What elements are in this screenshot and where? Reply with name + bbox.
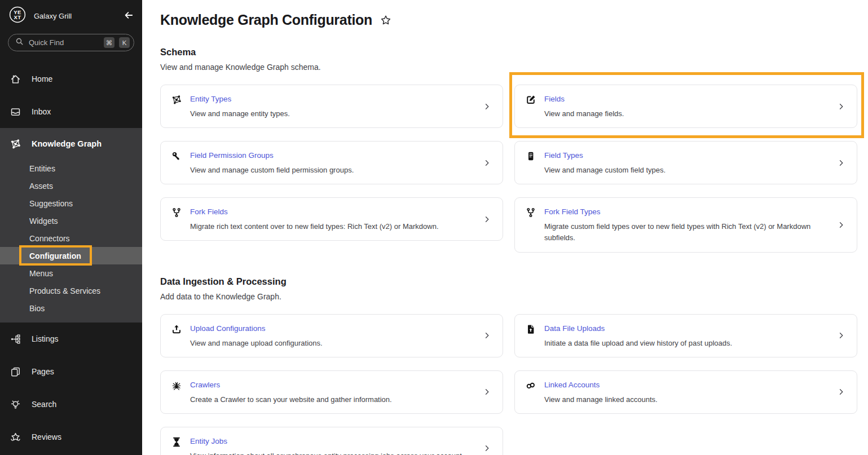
card-entity-types[interactable]: Entity Types View and manage entity type… <box>160 85 503 128</box>
edit-field-icon <box>525 94 536 120</box>
card-description: View and manage fields. <box>544 108 624 120</box>
card-title-link[interactable]: Linked Accounts <box>544 381 600 389</box>
sidebar-item-suggestions[interactable]: Suggestions <box>0 195 142 212</box>
review-star-icon <box>9 431 21 443</box>
section-heading: Data Ingestion & Processing <box>160 276 857 287</box>
sidebar-item-label: Connectors <box>29 234 70 243</box>
chevron-right-icon <box>838 388 845 396</box>
page-title: Knowledge Graph Configuration <box>160 12 372 28</box>
account-name: Galaxy Grill <box>34 12 72 20</box>
sidebar-item-configuration[interactable]: Configuration <box>0 247 142 264</box>
hourglass-icon <box>171 436 182 455</box>
card-field-permission-groups[interactable]: Field Permission Groups View and manage … <box>160 141 503 184</box>
card-title-link[interactable]: Fields <box>544 95 565 103</box>
sidebar-item-label: Pages <box>32 367 54 376</box>
sidebar-item-reviews[interactable]: Reviews <box>0 421 142 453</box>
sidebar-item-label: Inbox <box>32 107 51 116</box>
sidebar-item-products-services[interactable]: Products & Services <box>0 282 142 299</box>
svg-text:XT: XT <box>14 14 21 20</box>
card-title-link[interactable]: Field Permission Groups <box>190 151 274 160</box>
card-description: Migrate rich text content over to new fi… <box>190 221 439 232</box>
sidebar-item-pages[interactable]: Pages <box>0 355 142 388</box>
upload-icon <box>171 323 182 349</box>
card-crawlers[interactable]: Crawlers Create a Crawler to scan your w… <box>160 370 503 414</box>
section-heading: Schema <box>160 47 857 58</box>
card-fork-field-types[interactable]: Fork Field Types Migrate custom field ty… <box>514 197 857 252</box>
search-icon <box>15 37 24 48</box>
card-title-link[interactable]: Data File Uploads <box>544 324 605 333</box>
sidebar: YE XT Galaxy Grill ⌘ K <box>0 0 142 455</box>
card-description: View and manage custom field permission … <box>190 165 354 176</box>
yext-logo-icon: YE XT <box>8 5 27 26</box>
sidebar-item-bios[interactable]: Bios <box>0 299 142 317</box>
section-description: Add data to the Knowledge Graph. <box>160 292 857 301</box>
card-linked-accounts[interactable]: Linked Accounts View and manage linked a… <box>514 370 857 414</box>
card-fork-fields[interactable]: Fork Fields Migrate rich text content ov… <box>160 197 503 241</box>
sidebar-item-label: Widgets <box>29 217 58 226</box>
favorite-button[interactable] <box>380 14 392 28</box>
chevron-right-icon <box>838 332 845 339</box>
card-title-link[interactable]: Field Types <box>544 151 583 160</box>
home-icon <box>9 73 21 85</box>
card-title-link[interactable]: Crawlers <box>190 381 220 389</box>
sidebar-item-listings[interactable]: Listings <box>0 323 142 355</box>
chevron-right-icon <box>483 103 491 110</box>
sidebar-item-widgets[interactable]: Widgets <box>0 212 142 229</box>
sidebar-item-search[interactable]: Search <box>0 388 142 421</box>
sidebar-item-label: Entities <box>29 164 55 173</box>
sidebar-item-label: Listings <box>32 334 58 343</box>
chevron-right-icon <box>838 221 845 228</box>
sidebar-item-entities[interactable]: Entities <box>0 160 142 177</box>
chevron-right-icon <box>483 332 491 339</box>
sidebar-item-label: Suggestions <box>29 199 73 208</box>
list-panel-icon <box>525 150 536 176</box>
sidebar-item-label: Reviews <box>32 432 61 441</box>
card-description: Migrate custom field types over to new f… <box>544 221 832 244</box>
sidebar-item-menus[interactable]: Menus <box>0 264 142 282</box>
card-description: View and manage upload configurations. <box>190 338 323 349</box>
card-entity-jobs[interactable]: Entity Jobs View information about all a… <box>160 427 503 455</box>
card-description: Initiate a data file upload and view his… <box>544 338 732 349</box>
quick-find-search[interactable]: ⌘ K <box>8 34 134 51</box>
cmd-key-badge: ⌘ <box>104 37 114 48</box>
chevron-right-icon <box>483 388 491 396</box>
knowledge-graph-icon <box>9 138 21 150</box>
card-description: View and manage linked accounts. <box>544 394 658 405</box>
card-upload-configurations[interactable]: Upload Configurations View and manage up… <box>160 314 503 357</box>
card-title-link[interactable]: Fork Field Types <box>544 207 601 216</box>
card-title-link[interactable]: Entity Jobs <box>190 437 227 445</box>
k-key-badge: K <box>119 37 130 48</box>
main-content: Knowledge Graph Configuration Schema Vie… <box>142 0 868 455</box>
card-fields[interactable]: Fields View and manage fields. <box>514 85 857 128</box>
card-data-file-uploads[interactable]: Data File Uploads Initiate a data file u… <box>514 314 857 357</box>
section-description: View and manage Knowledge Graph schema. <box>160 63 857 72</box>
sidebar-item-label: Configuration <box>29 251 81 260</box>
sidebar-item-label: Knowledge Graph <box>32 139 102 148</box>
sidebar-item-connectors[interactable]: Connectors <box>0 229 142 247</box>
quick-find-input[interactable] <box>29 38 99 47</box>
sidebar-item-inbox[interactable]: Inbox <box>0 95 142 128</box>
sidebar-item-label: Search <box>32 400 56 409</box>
sidebar-item-label: Bios <box>29 304 45 313</box>
sidebar-item-label: Assets <box>29 182 53 191</box>
card-title-link[interactable]: Entity Types <box>190 95 231 103</box>
hierarchy-icon <box>9 333 21 345</box>
sidebar-item-home[interactable]: Home <box>0 63 142 95</box>
sidebar-item-label: Products & Services <box>29 286 100 295</box>
card-field-types[interactable]: Field Types View and manage custom field… <box>514 141 857 184</box>
key-icon <box>171 150 182 176</box>
entity-graph-icon <box>171 94 182 120</box>
card-title-link[interactable]: Upload Configurations <box>190 324 266 333</box>
card-description: View information about all asynchronous … <box>190 450 464 455</box>
chevron-right-icon <box>483 445 491 452</box>
file-upload-icon <box>525 323 536 349</box>
sidebar-item-label: Menus <box>29 269 53 278</box>
section-data-ingestion: Data Ingestion & Processing Add data to … <box>160 276 857 455</box>
card-description: Create a Crawler to scan your website an… <box>190 394 392 405</box>
sidebar-item-label: Home <box>32 74 52 83</box>
sidebar-item-assets[interactable]: Assets <box>0 177 142 195</box>
inbox-icon <box>9 106 21 118</box>
sidebar-item-knowledge-graph[interactable]: Knowledge Graph <box>0 128 142 160</box>
card-title-link[interactable]: Fork Fields <box>190 207 228 216</box>
collapse-sidebar-button[interactable] <box>123 10 134 23</box>
